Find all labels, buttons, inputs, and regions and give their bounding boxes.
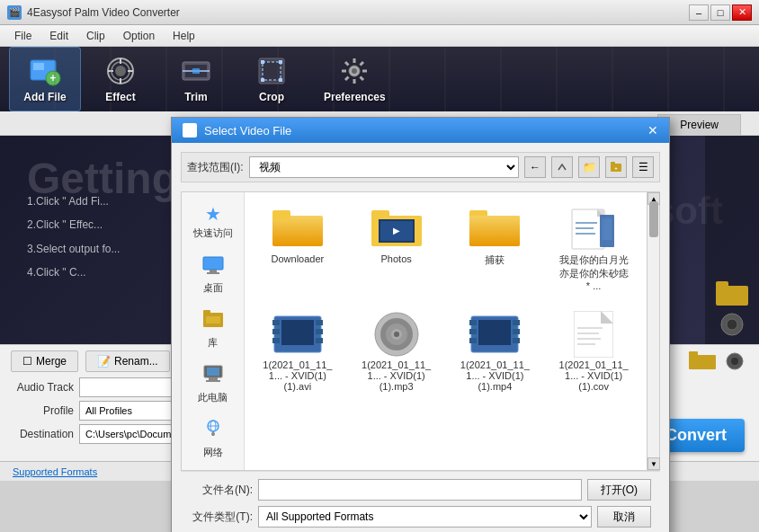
quick-access-icon: ★ bbox=[205, 203, 221, 225]
capture-name: 捕获 bbox=[485, 253, 505, 267]
instruction-1: 1.Click " Add Fi... bbox=[27, 190, 120, 213]
add-file-button[interactable]: + Add File bbox=[9, 47, 81, 111]
desktop-label: 桌面 bbox=[203, 281, 223, 295]
open-button[interactable]: 打开(O) bbox=[587, 479, 651, 501]
filename-input[interactable] bbox=[258, 479, 582, 501]
scroll-down-button[interactable]: ▼ bbox=[647, 457, 660, 470]
crop-button[interactable]: Crop bbox=[236, 48, 308, 111]
filetype-label: 文件类型(T): bbox=[190, 510, 253, 525]
svg-rect-76 bbox=[272, 320, 280, 325]
svg-rect-91 bbox=[469, 338, 477, 343]
svg-rect-49 bbox=[207, 368, 219, 376]
camera-icon bbox=[719, 312, 745, 337]
cancel-button[interactable]: 取消 bbox=[597, 506, 651, 528]
folder-small-icon bbox=[689, 351, 716, 371]
location-label: 查找范围(I): bbox=[187, 160, 244, 175]
sidebar-desktop[interactable]: 桌面 bbox=[185, 251, 240, 298]
trim-button[interactable]: Trim bbox=[160, 48, 232, 111]
menu-help[interactable]: Help bbox=[164, 28, 204, 44]
svg-rect-58 bbox=[272, 210, 290, 221]
menu-clip[interactable]: Clip bbox=[77, 28, 114, 44]
rename-button[interactable]: 📝 Renam... bbox=[85, 350, 170, 372]
minimize-button[interactable]: – bbox=[689, 4, 709, 21]
instruction-3: 3.Select output fo... bbox=[27, 237, 120, 261]
filename-row: 文件名(N): 打开(O) bbox=[190, 479, 651, 501]
view-toggle-button[interactable]: ☰ bbox=[632, 156, 654, 178]
menu-edit[interactable]: Edit bbox=[40, 28, 77, 44]
filetype-row: 文件类型(T): All Supported Formats 取消 bbox=[190, 506, 651, 528]
nav-up-button[interactable] bbox=[551, 156, 573, 178]
close-button[interactable]: ✕ bbox=[732, 4, 752, 21]
preview-tab[interactable]: Preview bbox=[657, 114, 741, 135]
special-name: 我是你的白月光亦是你的朱砂痣 * ... bbox=[558, 253, 630, 291]
photos-folder-icon: ▶ bbox=[371, 207, 422, 250]
effect-button[interactable]: Effect bbox=[85, 48, 156, 111]
file-special[interactable]: 我是你的白月光亦是你的朱砂痣 * ... bbox=[549, 201, 638, 297]
file-avi[interactable]: 1(2021_01_11_1... - XVID(1)(1).avi bbox=[254, 307, 342, 397]
file-downloader[interactable]: Downloader bbox=[254, 201, 342, 297]
special-folder-icon bbox=[568, 207, 619, 250]
nav-new-folder-button[interactable]: + bbox=[605, 156, 627, 178]
svg-rect-35 bbox=[689, 355, 716, 369]
menu-option[interactable]: Option bbox=[114, 28, 164, 44]
window-controls: – □ ✕ bbox=[689, 4, 752, 21]
sidebar-network[interactable]: 网络 bbox=[185, 415, 240, 463]
filetype-select[interactable]: All Supported Formats bbox=[258, 506, 592, 528]
this-pc-icon bbox=[202, 364, 224, 389]
nav-back-button[interactable]: ← bbox=[524, 156, 546, 178]
svg-point-6 bbox=[115, 66, 126, 76]
camera-small-icon bbox=[721, 351, 748, 371]
svg-rect-47 bbox=[206, 316, 220, 324]
svg-rect-46 bbox=[203, 310, 210, 315]
scroll-thumb[interactable] bbox=[649, 201, 658, 237]
network-label: 网络 bbox=[203, 446, 223, 459]
svg-rect-17 bbox=[261, 60, 264, 64]
rename-icon: 📝 bbox=[97, 355, 111, 368]
svg-rect-94 bbox=[513, 338, 520, 343]
svg-rect-14 bbox=[192, 68, 200, 74]
scrollbar: ▲ ▼ bbox=[647, 192, 659, 470]
file-mp3[interactable]: 1(2021_01_11_1... - XVID(1)(1).mp3 bbox=[353, 307, 441, 397]
downloader-folder-icon bbox=[272, 207, 323, 250]
file-mp4[interactable]: 1(2021_01_11_1... - XVID(1)(1).mp4 bbox=[451, 307, 540, 397]
svg-rect-71 bbox=[576, 227, 594, 229]
svg-point-22 bbox=[352, 68, 357, 74]
menu-file[interactable]: File bbox=[5, 28, 40, 44]
file-cov[interactable]: 1(2021_01_11_1... - XVID(1)(1).cov bbox=[549, 307, 638, 397]
crop-icon bbox=[255, 55, 288, 87]
library-label: 库 bbox=[208, 336, 218, 350]
svg-line-27 bbox=[345, 62, 349, 66]
svg-rect-77 bbox=[272, 329, 280, 334]
supported-formats-link[interactable]: Supported Formats bbox=[13, 466, 97, 477]
svg-line-28 bbox=[361, 77, 364, 81]
sidebar-this-pc[interactable]: 此电脑 bbox=[185, 360, 240, 408]
sidebar-library[interactable]: 库 bbox=[185, 306, 240, 353]
file-photos[interactable]: ▶ Photos bbox=[353, 201, 441, 297]
nav-folder-button[interactable]: 📁 bbox=[578, 156, 600, 178]
location-select[interactable]: 视频 bbox=[249, 156, 519, 178]
preferences-button[interactable]: Preferences bbox=[311, 48, 398, 111]
audio-track-label: Audio Track bbox=[11, 381, 74, 394]
svg-rect-51 bbox=[206, 380, 220, 382]
app-icon: 🎬 bbox=[7, 5, 22, 20]
quick-access-label: 快速访问 bbox=[193, 226, 233, 240]
dialog-footer: 文件名(N): 打开(O) 文件类型(T): All Supported For… bbox=[181, 471, 660, 532]
dialog-close-button[interactable]: ✕ bbox=[647, 123, 658, 137]
svg-rect-20 bbox=[279, 78, 282, 82]
merge-button[interactable]: ☐ Merge bbox=[11, 350, 78, 372]
svg-rect-82 bbox=[281, 320, 314, 345]
svg-rect-81 bbox=[316, 338, 323, 343]
crop-label: Crop bbox=[259, 91, 284, 103]
location-bar: 查找范围(I): 视频 ← 📁 + ☰ bbox=[181, 152, 660, 182]
maximize-button[interactable]: □ bbox=[710, 4, 730, 21]
file-capture[interactable]: 捕获 bbox=[451, 201, 540, 297]
profile-label: Profile bbox=[11, 404, 74, 417]
browser-sidebar: ★ 快速访问 桌面 库 bbox=[182, 192, 245, 470]
avi-file-icon bbox=[272, 313, 323, 356]
svg-rect-98 bbox=[577, 327, 603, 329]
trim-icon bbox=[180, 55, 212, 87]
svg-text:+: + bbox=[49, 72, 56, 84]
effect-icon bbox=[104, 55, 137, 87]
svg-rect-101 bbox=[577, 343, 595, 345]
sidebar-quick-access[interactable]: ★ 快速访问 bbox=[185, 200, 240, 244]
